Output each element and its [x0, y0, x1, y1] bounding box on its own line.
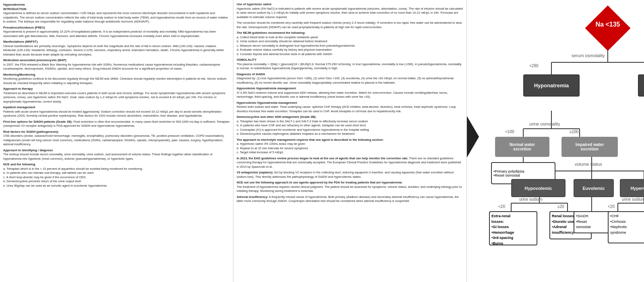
urine-osmolality-label: urine osmolality — [529, 121, 560, 126]
left-diagnosis-text: Approach to identifying / diagnose The w… — [3, 148, 230, 161]
large-arrow-svg — [467, 113, 479, 161]
volume-status-label: volume status — [575, 162, 602, 167]
euvolemic-box: Euvolemic — [574, 179, 614, 197]
urine-na-right-label: urine sodium — [622, 197, 644, 202]
urine-osm-high: ≥100 — [570, 130, 578, 134]
renal-losses-label: Renal losses: •Diuretic use •Adrenal ins… — [552, 214, 575, 235]
left-panel-title: Hyponatremia — [3, 2, 230, 7]
urine-na-left-label: urine sodium — [519, 197, 542, 202]
na-high-left: ≥20 — [557, 204, 564, 209]
middle-v2: V2 antagonists (vaptans): Act by blockin… — [237, 171, 463, 179]
left-prev-text: Prevalence/Incidence (PREV) Hyponatremia… — [3, 26, 230, 39]
hypovolemic-label: Hypovolemic — [524, 186, 552, 191]
middle-guidelines-ref: The NEJM guidelines recommend the follow… — [237, 31, 463, 56]
na-low-right: <20 — [608, 204, 615, 209]
left-ncep-text: NCE and the following a. Tolvaptan which… — [3, 163, 230, 188]
extra-renal-label: Extra-renal losses: •GI losses •Hemorrha… — [491, 214, 514, 245]
normal-water-box: Normal water excretion — [495, 137, 549, 157]
middle-prognosis: The approach to electrolyte management r… — [237, 138, 463, 155]
middle-management: The correction should be monitored very … — [237, 21, 463, 29]
branch-low-label: <280 — [529, 64, 539, 68]
extra-renal-box: Extra-renal losses: •GI losses •Hemorrha… — [489, 211, 537, 245]
impaired-water-box: Impaired water excretion — [561, 137, 618, 157]
na-diamond-label: Na <135 — [584, 21, 632, 28]
chf-box: •CHF •Cirrhosis •Nephrotic syndrome — [608, 211, 644, 243]
flowchart-wrapper: Na <135 serum osmolality <280 ≥280 Hypon… — [471, 4, 644, 282]
pseudo-box: Pseudo- hyponatremia — [638, 74, 644, 97]
left-text-panel: Hyponatremia INTRODUCTION Hyponatremia i… — [0, 0, 233, 282]
left-guidelines-text: First-line options for SIADH patients (G… — [3, 120, 230, 128]
impaired-water-label: Impaired water excretion — [576, 142, 604, 151]
hypervolemic-box: Hypervolemic — [620, 179, 644, 197]
middle-correction: In 2013, the EAO guidelines review proce… — [237, 156, 463, 169]
flowchart-panel: Na <135 serum osmolality <280 ≥280 Hypon… — [467, 0, 644, 282]
left-risk-siadh: Risk factors for SIADH (pathogenesis): C… — [3, 130, 230, 147]
middle-adrenal: Adrenal insufficiency: A frequently miss… — [237, 195, 463, 204]
na-low-left: <20 — [498, 204, 505, 209]
middle-intro: Use of hypertonic saline Hypertonic sali… — [237, 2, 463, 19]
middle-text-panel: Use of hypertonic saline Hypertonic sali… — [233, 0, 467, 282]
hypervolemic-label: Hypervolemic — [630, 186, 644, 191]
left-approach-text: Approach to therapy Treatment as describ… — [3, 87, 230, 104]
hyponatremia-label: Hyponatremia — [534, 82, 569, 89]
urine-osm-low: <100 — [505, 130, 514, 134]
hyponatremia-box: Hyponatremia — [523, 74, 580, 97]
siadh-label: •SIADH •Reset osmostat — [576, 214, 591, 229]
na-diamond: Na <135 — [584, 12, 632, 44]
middle-ncep: NCE not use the following approach to us… — [237, 181, 463, 193]
middle-hypervolemic: Hypervolemic Hyponatremia management Res… — [237, 101, 463, 114]
serum-osmolality-label: serum osmolality — [572, 53, 605, 58]
hypovolemic-box: Hypovolemic — [511, 179, 566, 197]
svg-marker-28 — [467, 113, 479, 161]
left-monitoring-text: Monitoring/Monitoring Monitoring guideli… — [3, 73, 230, 86]
middle-osmotic: OSMOLALITY The plasma osmolality = 2[Na]… — [237, 58, 463, 71]
primary-polydipsia-label: •Primary polydipsia •Reset osmostat — [493, 169, 524, 177]
middle-hypovolemic: Hypovolemic Hyponatremia management IV 0… — [237, 86, 463, 99]
left-inpatient-text: Inpatient management Patients with acute… — [3, 105, 230, 118]
middle-siadh: Diagnosis of SIADH Diagnosed by: (1) tru… — [237, 72, 463, 85]
chf-label: •CHF •Cirrhosis •Nephrotic syndrome — [610, 214, 627, 235]
euvolemic-label: Euvolemic — [582, 186, 605, 191]
normal-water-label: Normal water excretion — [510, 142, 535, 151]
left-intro-text: INTRODUCTION Hyponatremia is defined as … — [3, 7, 230, 24]
left-map-text: Medication-associated pneumocystis (MAP)… — [3, 58, 230, 71]
large-arrow — [467, 113, 479, 162]
left-manif-text: Manifestations (MNFST) Clinical manifest… — [3, 40, 230, 57]
middle-drugs: Demeclocycline and other ADH antagonists… — [237, 115, 463, 136]
